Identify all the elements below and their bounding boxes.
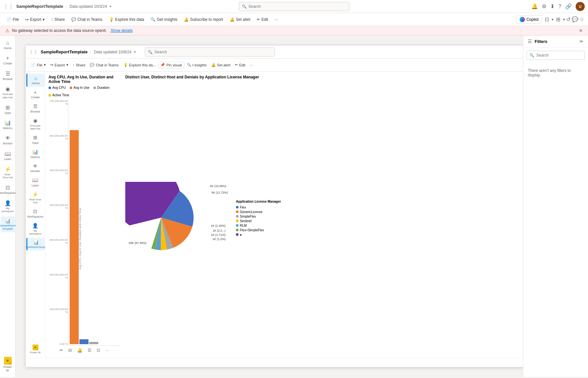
top-bar-divider: | [66,4,67,9]
inner-file-button[interactable]: 📄 File ▾ [29,62,48,68]
inner-date[interactable]: Data updated 10/8/24 [94,50,131,54]
refresh-icon[interactable]: ↺ [566,16,570,22]
inner-nav-onelake[interactable]: ◉ OneLake data hub [26,116,45,132]
notif-link[interactable]: Show details [111,28,133,33]
edit-button[interactable]: ✏ Edit [254,16,271,23]
sidebar-item-apps[interactable]: ⊞ Apps [1,102,15,117]
sidebar-item-onelake[interactable]: ◉ OneLake data hub [1,84,15,101]
sidebar-item-samplereport[interactable]: 📊 SampleReport Template [1,216,15,232]
y-label-0: 0.00 % [48,343,68,345]
explore-button[interactable]: 💡 Explore this data [106,16,147,23]
bar-3[interactable] [89,342,98,344]
bar-1[interactable] [70,130,79,344]
inner-nav-realtime[interactable]: ⚡ Real-Time hub [26,190,45,206]
sidebar-item-powerbi[interactable]: P Power BI [1,355,15,374]
notif-close-button[interactable]: ✕ [579,28,583,33]
filter-search-icon: 🔍 [529,53,534,58]
inner-nav-apps[interactable]: ⊞ Apps [26,133,45,146]
inner-divider: | [90,50,91,54]
favorite-icon[interactable]: ☆ [580,16,584,22]
pie-svg-container: 4K (10.09%) 5K (11.72%) 1K (2.26%) 1K (2… [125,182,197,254]
top-bar-date-caret[interactable]: ▾ [110,5,111,8]
inner-search-box[interactable]: 🔍 [145,47,275,57]
download-icon[interactable]: ⬇ [550,3,554,9]
bar-action-alert[interactable]: 🔔 [76,347,84,353]
copilot-button[interactable]: Copilot [516,15,542,24]
pin-visual-button[interactable]: 📌 Pin visual [158,62,184,68]
inner-explore-button[interactable]: 💡 Explore this da... [121,62,158,68]
top-search-input[interactable] [249,4,347,9]
sidebar-item-realtime[interactable]: ⚡ Real-Time hub [1,164,15,181]
inner-insights-button[interactable]: 🔍 t insights [185,62,209,68]
view-caret[interactable]: ▾ [552,17,554,22]
inner-apps-grid-icon[interactable]: ⋮⋮ [29,49,38,55]
apps-grid-icon[interactable]: ⋮⋮ [3,3,14,9]
help-icon[interactable]: ? [558,4,561,9]
sidebar-item-learn[interactable]: 📖 Learn [1,149,15,163]
inner-nav-powerbi[interactable]: P Power BI [26,343,45,356]
inner-nav-home[interactable]: ⌂ Home [26,74,45,87]
sidebar-item-workspaces[interactable]: ⊡ Workspaces [1,182,15,197]
avatar[interactable]: U [576,2,585,11]
insights-button[interactable]: 🔍 Get insights [148,16,180,23]
layout-caret[interactable]: ▾ [563,17,565,22]
file-button[interactable]: 📄 File [4,16,21,23]
bar-2[interactable] [79,339,89,344]
inner-edit-button[interactable]: ✏ Edit [233,62,247,68]
inner-nav-metrics[interactable]: 📊 Metrics [26,147,45,161]
comment-icon[interactable]: 💬 [572,16,578,22]
inner-export-icon: ↦ [50,63,53,67]
subscribe-button[interactable]: 🔔 Subscribe to report [181,16,226,23]
set-alert-button[interactable]: 🔔 Set alert [227,16,253,23]
y-label-6: 600,000,000.00 % [48,134,68,140]
inner-date-caret[interactable]: ▾ [134,50,136,54]
bar-chart-panel: Avg CPU, Avg In Use, Duration and Active… [48,75,120,355]
notification-icon[interactable]: 🔔 [531,3,538,9]
inner-nav-workspaces[interactable]: ⊡ Workspaces [26,207,45,220]
inner-nav-myworkspace[interactable]: 👤 My workspace [26,221,45,237]
share-icon[interactable]: 🔗 [565,3,572,9]
inner-nav-browse[interactable]: ☰ Browse [26,101,45,115]
share-btn-icon: ↑ [51,17,53,22]
inner-chat-teams-button[interactable]: 💬 Chat in Teams [88,62,120,68]
sidebar-item-myworkspace[interactable]: 👤 My workspace [1,198,15,215]
share-button[interactable]: ↑ Share [48,16,67,23]
sidebar-item-create[interactable]: + Create [1,53,15,67]
top-search-icon: 🔍 [242,4,247,9]
layout-icon[interactable]: ⊞ [555,16,562,23]
inner-set-alert-button[interactable]: 🔔 Set alert [209,62,232,68]
inner-nav-learn[interactable]: 📖 Learn [26,175,45,189]
inner-search-input[interactable] [155,50,272,54]
more-button[interactable]: ··· [272,16,280,23]
chat-teams-button[interactable]: 💬 Chat in Teams [69,16,105,23]
filter-expand-icon[interactable]: ≫ [579,39,583,44]
sidebar-item-browse[interactable]: ☰ Browse [1,69,15,83]
top-bar-date[interactable]: Data updated 10/3/24 [69,4,107,9]
filter-search-box[interactable]: 🔍 [526,51,585,60]
inner-nav-create[interactable]: + Create [26,88,45,101]
settings-icon[interactable]: ⚙ [542,3,546,9]
bar-action-copy[interactable]: ⊟ [67,347,73,353]
top-bar: ⋮⋮ SampleReportTemplate | Data updated 1… [0,0,588,13]
bar-action-expand[interactable]: ⊡ [95,347,102,353]
inner-share-button[interactable]: ↑ Share [71,62,88,68]
inner-export-button[interactable]: ↦ Export ▾ [48,62,70,68]
filter-search-input[interactable] [536,53,585,58]
inner-nav-monitor[interactable]: 👁 Monitor [26,161,45,175]
pie-legend-sentinel: Sentinel [236,219,281,223]
apps-icon: ⊞ [6,104,10,111]
view-toggle-icon[interactable]: ⊡ [543,16,550,23]
bar-action-filter[interactable]: ☰ [86,347,93,353]
inner-more-button[interactable]: ··· [248,62,255,68]
legend-active-time: Active Time [48,93,69,97]
sidebar-item-monitor[interactable]: 👁 Monitor [1,133,15,147]
bar-action-edit[interactable]: ✏ [58,347,64,353]
inner-nav-samplereport[interactable]: 📊 SampleReportTemplate [26,238,45,250]
filter-empty-message: There aren't any filters to display. [523,63,588,83]
sidebar-item-home[interactable]: ⌂ Home [1,38,15,52]
bar-action-more[interactable]: ··· [104,347,110,353]
export-button[interactable]: ↦ Export ▾ [23,16,47,23]
sidebar-item-metrics[interactable]: 📊 Metrics [1,118,15,132]
export-icon: ↦ [25,17,29,22]
top-search-box[interactable]: 🔍 [239,2,349,11]
